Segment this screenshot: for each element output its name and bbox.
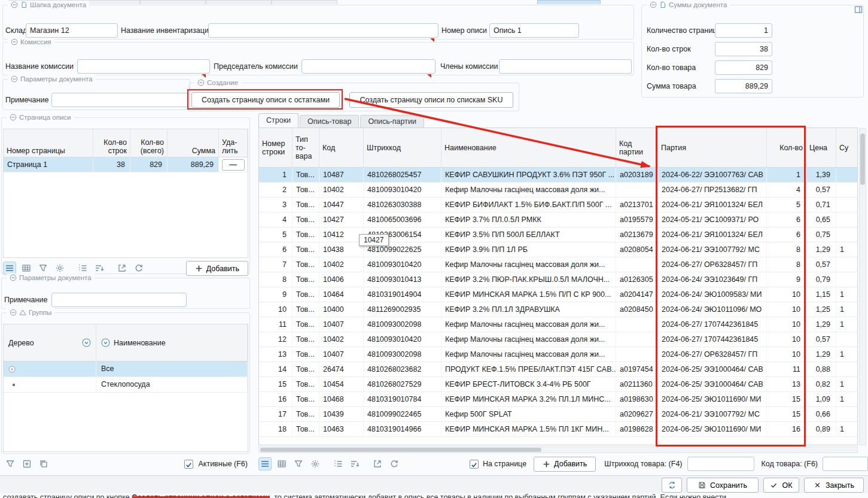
sort-lines-icon[interactable] [348, 457, 361, 470]
barcode-input[interactable] [687, 457, 754, 471]
opis-number-input[interactable] [489, 23, 579, 38]
table-row[interactable]: 17Тов...104394810099022465Кефир 500Г SPL… [259, 407, 857, 422]
vertical-scrollbar[interactable] [859, 128, 866, 445]
column-header[interactable]: Номер строки [259, 128, 293, 167]
save-button[interactable]: Сохранить [687, 478, 759, 493]
settings-icon[interactable] [53, 262, 66, 275]
delete-page-button[interactable]: — [222, 159, 245, 171]
goods-count-value[interactable] [715, 60, 772, 75]
warehouse-input[interactable] [26, 23, 118, 38]
column-header[interactable]: Уда-лить [219, 129, 248, 157]
column-header[interactable]: Код партии [616, 128, 658, 167]
scrollbar-thumb[interactable] [860, 133, 865, 185]
ok-button[interactable]: ОК [763, 478, 799, 493]
horizontal-scrollbar[interactable] [258, 447, 858, 453]
copy-icon[interactable] [37, 457, 50, 470]
table-row[interactable]: 4Тов...104274810065003696КЕФИР 3.7% ПЛ.0… [259, 212, 857, 227]
column-header[interactable]: Наименование [96, 324, 248, 361]
filter-dropdown-icon[interactable] [82, 338, 91, 347]
collapse-icon[interactable] [11, 38, 18, 45]
tab-2[interactable]: Опись-товар [300, 115, 359, 127]
create-page-with-remainders-button[interactable]: Создать страницу описи с остатками [191, 92, 340, 108]
column-header[interactable]: Код [319, 128, 364, 167]
table-row[interactable]: 9Тов...104644810319014904КЕФИР МИНСКАЯ М… [259, 287, 857, 302]
table-row[interactable]: 1Тов...104874810268025457КЕФИР САВУШКИН … [259, 168, 857, 183]
column-header[interactable]: Су [836, 128, 858, 167]
collapse-icon[interactable] [11, 75, 18, 83]
goods-sum-value[interactable] [715, 79, 772, 93]
table-row[interactable]: 16Тов...104684810319010784КЕФИР МИНСКАЯ … [259, 392, 857, 407]
top-tab-active[interactable] [537, 0, 601, 4]
numbered-list-icon[interactable] [331, 457, 345, 470]
close-button[interactable]: Закрыть [804, 478, 864, 493]
list-view-icon[interactable] [258, 457, 272, 470]
create-page-by-sku-button[interactable]: Создать страницу описи по спискам SKU [349, 92, 513, 108]
members-input[interactable] [499, 59, 632, 74]
add-box-icon[interactable] [20, 457, 33, 470]
add-row-button[interactable]: Добавить [534, 457, 596, 472]
table-row[interactable]: 13Тов...104074810093002098Кефир Малочны … [259, 347, 857, 362]
column-header[interactable]: Кол-во строк [93, 129, 130, 157]
chairman-input[interactable] [301, 59, 435, 74]
column-header[interactable]: Партия [658, 128, 767, 167]
table-row[interactable]: Стеклопосуда [4, 377, 248, 393]
column-header[interactable]: Дерево [4, 324, 96, 361]
filter-icon[interactable] [36, 262, 50, 275]
table-row[interactable]: Все [4, 362, 248, 377]
grid-icon[interactable] [20, 262, 33, 275]
tab-1[interactable]: Строки [258, 113, 299, 127]
column-header[interactable]: Наименование [441, 128, 616, 167]
expand-icon[interactable] [8, 366, 16, 373]
column-header[interactable]: Тип то-вара [293, 128, 319, 167]
column-header[interactable]: Цена [806, 128, 836, 167]
refresh-button[interactable] [662, 478, 682, 493]
top-tab[interactable] [140, 0, 206, 4]
table-row[interactable]: 15Тов...104544810268027529КЕФИР БРЕСТ-ЛИ… [259, 377, 857, 392]
collapse-icon[interactable] [650, 1, 657, 8]
refresh-icon[interactable] [388, 457, 401, 470]
table-row[interactable]: 8Тов...104064810093010413КЕФИР 3.2% ПЮР-… [259, 272, 857, 287]
inventory-name-input[interactable] [208, 23, 438, 38]
table-row[interactable]: 7Тов...104024810093010420Кефир Малочны г… [259, 257, 857, 272]
lines-count-value[interactable] [715, 42, 772, 56]
table-row[interactable]: 6Тов...104384810099022625КЕФИР 3.9% П/П … [259, 242, 857, 257]
sort-lines-icon[interactable] [93, 262, 106, 275]
tab-3[interactable]: Опись-партии [360, 115, 424, 127]
filter-icon[interactable] [4, 457, 17, 470]
table-row[interactable]: 2Тов...104024810093010420Кефир Малочны г… [259, 183, 857, 198]
table-row[interactable]: 18Тов...104634810319014966КЕФИР МИНСКАЯ … [259, 422, 857, 437]
top-tab[interactable] [206, 0, 272, 4]
pages-count-value[interactable] [715, 23, 772, 38]
add-page-button[interactable]: Добавить [186, 261, 248, 276]
table-row[interactable]: 12Тов...104024810093010420Кефир Малочны … [259, 332, 857, 347]
table-row[interactable]: Страница 1 38 829 889,29 — [4, 157, 248, 172]
table-row[interactable]: 11Тов...104074810093002098Кефир Малочны … [259, 317, 857, 332]
export-icon[interactable] [371, 457, 384, 470]
column-header[interactable]: Кол-во (всего) [130, 129, 167, 157]
scrollbar-thumb[interactable] [260, 448, 541, 452]
on-page-checkbox[interactable] [470, 460, 479, 469]
table-row[interactable]: 3Тов...104474810263030388КЕФИР БИФИЛАКТ … [259, 198, 857, 212]
collapse-icon[interactable] [10, 309, 17, 316]
note-input[interactable] [51, 93, 188, 107]
refresh-icon[interactable] [132, 262, 145, 275]
column-header[interactable]: Кол-во [767, 128, 806, 167]
table-row[interactable]: 10Тов...104004811269002935КЕФИР 3.2% ПЛ.… [259, 302, 857, 317]
column-header[interactable]: Штрихкод [364, 128, 441, 167]
collapse-icon[interactable] [11, 1, 18, 8]
table-row[interactable]: 14Тов...264744810268023682ПРОДУКТ КЕФ.1.… [259, 362, 857, 377]
table-row[interactable]: 5Тов...104124810263006154КЕФИР 3.5% П/П … [259, 227, 857, 242]
collapse-icon[interactable] [10, 114, 17, 121]
filter-dropdown-icon[interactable] [101, 338, 110, 347]
collapse-icon[interactable] [10, 274, 17, 281]
filter-icon[interactable] [292, 457, 305, 470]
numbered-list-icon[interactable] [76, 262, 89, 275]
column-header[interactable]: Номер страницы [4, 129, 93, 157]
export-icon[interactable] [115, 262, 129, 275]
list-view-icon[interactable] [3, 262, 16, 275]
commission-name-input[interactable] [77, 59, 210, 74]
active-checkbox[interactable] [184, 460, 193, 469]
collapse-icon[interactable] [197, 79, 205, 86]
top-tab[interactable] [272, 0, 337, 4]
column-header[interactable]: Сумма [167, 129, 219, 157]
